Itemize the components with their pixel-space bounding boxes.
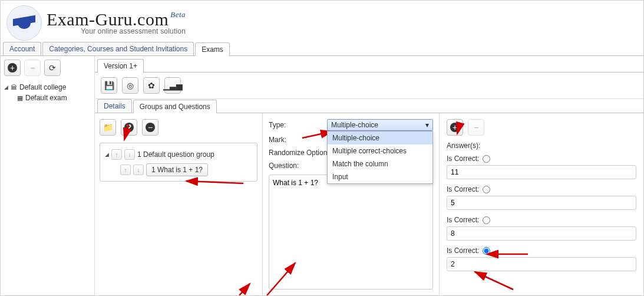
is-correct-label: Is Correct: [447,216,479,224]
is-correct-radio[interactable] [483,216,490,224]
answers-heading: Answer(s): [447,142,636,150]
plus-icon: + [8,63,17,73]
refresh-button[interactable]: ⟳ [44,60,61,76]
type-dropdown-value: Multiple-choice [331,121,378,129]
remove-button: − [24,60,41,76]
question-properties-panel: Type: Multiple-choice ▾ Multiple-choice … [263,113,440,295]
move-up-button[interactable]: ↑ [111,149,122,160]
is-correct-radio[interactable] [483,247,490,255]
answers-panel: + − Answer(s): Is Correct: Is Correct: I… [440,113,643,295]
institution-icon: 🏛 [11,84,17,91]
group-label: 1 Default question group [137,150,214,159]
logo-icon [6,5,42,41]
expand-icon: ◢ [4,84,8,90]
tab-groups-questions[interactable]: Groups and Questions [133,100,217,113]
is-correct-label: Is Correct: [447,246,479,255]
move-up-button[interactable]: ↑ [120,165,131,175]
is-correct-radio[interactable] [483,155,490,163]
brand-title: Exam-Guru.comBeta [47,11,186,28]
tab-exams[interactable]: Exams [195,42,230,56]
grid-icon: ▦ [17,94,23,102]
is-correct-label: Is Correct: [447,185,479,193]
type-option[interactable]: Multiple-choice [328,131,432,144]
is-correct-label: Is Correct: [447,154,479,163]
tree-item-college[interactable]: ◢ 🏛 Default college [4,82,91,93]
tab-account[interactable]: Account [3,42,41,55]
tree-item-exam[interactable]: ▦ Default exam [17,93,91,103]
expand-icon: ◢ [105,152,109,157]
version-tabs: Version 1+ [95,58,643,73]
header: Exam-Guru.comBeta Your online assessment… [1,1,643,42]
arrow-up-icon: ↑ [124,167,127,173]
answer-row: Is Correct: [447,216,636,241]
plus-icon: + [450,123,460,132]
move-down-button[interactable]: ↓ [133,165,144,175]
award-button[interactable]: ✿ [143,77,160,94]
target-icon: ◎ [127,81,134,90]
tree-item-label: Default exam [25,94,67,102]
preview-button[interactable]: ◎ [122,77,138,94]
tab-details[interactable]: Details [97,99,132,113]
folder-icon: 📁 [103,123,113,132]
save-button[interactable]: 💾 [101,77,117,94]
type-option[interactable]: Input [328,170,432,183]
answer-value-input[interactable] [447,196,636,210]
type-label: Type: [269,121,323,129]
type-option[interactable]: Match the column [328,157,432,170]
question-group-row[interactable]: ◢ ↑ ↓ 1 Default question group [105,148,252,161]
chart-icon: ▁▃▅ [163,81,183,90]
badge-icon: ✿ [148,81,155,90]
move-down-button[interactable]: ↓ [124,149,135,160]
delete-button[interactable]: − [142,119,158,136]
exam-toolbar: 💾 ◎ ✿ ▁▃▅ [95,73,643,99]
answer-row: Is Correct: [447,185,636,210]
minus-icon: − [30,63,35,73]
save-icon: 💾 [104,81,114,90]
add-answer-button[interactable]: + [447,119,463,136]
answer-row: Is Correct: [447,246,636,271]
left-sidebar: + − ⟳ ◢ 🏛 Default college ▦ Default exam [1,56,95,295]
add-button[interactable]: + [4,60,21,76]
tab-categories[interactable]: Categories, Courses and Student Invitati… [42,42,194,55]
question-text-input[interactable] [269,175,433,290]
remove-answer-button: − [468,119,484,136]
stats-button[interactable]: ▁▃▅ [164,77,181,94]
answer-row: Is Correct: [447,154,636,179]
tree-item-label: Default college [19,83,66,91]
inner-tabs: Details Groups and Questions [95,99,643,113]
main-tabs: Account Categories, Courses and Student … [1,42,643,56]
help-button[interactable]: ? [121,119,137,136]
arrow-down-icon: ↓ [128,152,131,158]
groups-panel: 📁 ? − ◢ ↑ ↓ 1 Default question group ↑ ↓… [95,113,263,295]
tab-version[interactable]: Version 1+ [97,59,144,73]
answer-value-input[interactable] [447,226,636,241]
question-node[interactable]: 1 What is 1 + 1? [146,163,208,176]
refresh-icon: ⟳ [49,63,56,73]
answer-value-input[interactable] [447,257,636,271]
help-icon: ? [124,123,134,132]
chevron-down-icon: ▾ [425,121,429,129]
brand-tagline: Your online assessment solution [47,27,186,35]
type-option[interactable]: Multiple correct-choices [328,144,432,157]
type-dropdown-list: Multiple-choice Multiple correct-choices… [327,131,433,184]
is-correct-radio[interactable] [483,186,490,193]
type-dropdown[interactable]: Multiple-choice ▾ [327,119,433,131]
add-folder-button[interactable]: 📁 [100,119,116,136]
minus-icon: − [146,123,155,132]
arrow-up-icon: ↑ [115,152,118,158]
answer-value-input[interactable] [447,165,636,179]
arrow-down-icon: ↓ [137,167,140,173]
minus-icon: − [474,123,478,132]
